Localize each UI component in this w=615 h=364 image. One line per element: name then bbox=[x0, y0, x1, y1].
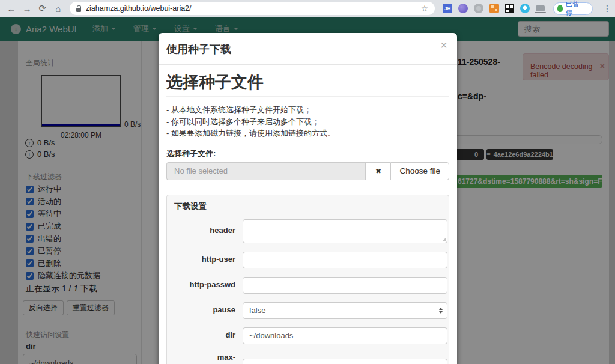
setting-label: http-passwd bbox=[174, 280, 235, 290]
browser-menu-icon[interactable]: ⋮ bbox=[603, 4, 611, 13]
modal-body: 选择种子文件 - 从本地文件系统选择种子文件开始下载； - 你可以同时选择多个种… bbox=[159, 65, 457, 364]
http-user-input[interactable] bbox=[243, 252, 447, 268]
section-title: 选择种子文件 bbox=[166, 72, 449, 97]
extensions-bar: JH 已暂停 ⋮ bbox=[443, 2, 611, 15]
setting-row-header: header bbox=[174, 219, 447, 243]
file-input-group: ✖ Choose file bbox=[166, 162, 449, 180]
address-bar[interactable]: ziahamza.github.io/webui-aria2/ ☆ bbox=[70, 2, 435, 15]
lock-icon bbox=[76, 8, 81, 12]
screen: ← → ⟳ ⌂ ziahamza.github.io/webui-aria2/ … bbox=[0, 0, 615, 364]
torrent-modal: 使用种子下载 × 选择种子文件 - 从本地文件系统选择种子文件开始下载； - 你… bbox=[159, 33, 457, 364]
setting-row-http-passwd: http-passwd bbox=[174, 277, 447, 294]
http-passwd-input[interactable] bbox=[243, 277, 447, 294]
download-settings-panel: 下载设置 headerhttp-userhttp-passwdpausefals… bbox=[166, 195, 449, 364]
file-select-label: 选择种子文件: bbox=[166, 148, 449, 159]
pause-select[interactable]: false bbox=[243, 302, 447, 319]
back-icon[interactable]: ← bbox=[4, 4, 19, 14]
paused-badge-label: 已暂停 bbox=[566, 0, 586, 17]
setting-label: http-user bbox=[174, 255, 235, 264]
paused-extension-badge[interactable]: 已暂停 bbox=[553, 2, 593, 15]
header-textarea[interactable] bbox=[243, 219, 447, 243]
forward-icon[interactable]: → bbox=[19, 4, 35, 14]
setting-label: header bbox=[174, 226, 235, 235]
clear-file-button[interactable]: ✖ bbox=[365, 162, 390, 180]
instruction-line: - 如果要添加磁力链接，请使用添加链接的方式。 bbox=[166, 127, 449, 139]
settings-title: 下载设置 bbox=[174, 201, 447, 212]
choose-file-button[interactable]: Choose file bbox=[390, 162, 449, 180]
browser-chrome: ← → ⟳ ⌂ ziahamza.github.io/webui-aria2/ … bbox=[0, 0, 615, 17]
settings-form: headerhttp-userhttp-passwdpausefalsedirm… bbox=[174, 219, 447, 364]
max-connection-per-server-input[interactable] bbox=[243, 359, 447, 364]
dir-input[interactable] bbox=[243, 327, 447, 344]
chat-extension-icon[interactable] bbox=[520, 4, 530, 13]
select-arrows-icon bbox=[439, 308, 443, 314]
modal-header: 使用种子下载 × bbox=[159, 33, 457, 65]
orange-extension-icon[interactable] bbox=[489, 4, 499, 13]
resize-grip-icon[interactable] bbox=[442, 237, 446, 241]
qr-extension-icon[interactable] bbox=[505, 4, 514, 13]
instructions: - 从本地文件系统选择种子文件开始下载； - 你可以同时选择多个种子来启动多个下… bbox=[166, 104, 449, 139]
globe-extension-icon[interactable] bbox=[458, 4, 468, 13]
instruction-line: - 你可以同时选择多个种子来启动多个下载； bbox=[166, 116, 449, 128]
setting-row-http-user: http-user bbox=[174, 252, 447, 268]
setting-label: max-connection-per-server bbox=[174, 353, 235, 364]
bulb-icon bbox=[557, 5, 563, 12]
setting-label: dir bbox=[174, 330, 235, 340]
instruction-line: - 从本地文件系统选择种子文件开始下载； bbox=[166, 104, 449, 116]
bookmark-star-icon[interactable]: ☆ bbox=[421, 4, 429, 13]
reload-icon[interactable]: ⟳ bbox=[35, 3, 50, 14]
setting-label: pause bbox=[174, 305, 235, 315]
setting-row-dir: dir bbox=[174, 327, 447, 344]
url-text[interactable]: ziahamza.github.io/webui-aria2/ bbox=[86, 4, 421, 13]
home-icon[interactable]: ⌂ bbox=[50, 4, 66, 14]
file-name-field bbox=[166, 162, 365, 180]
laptop-extension-icon[interactable] bbox=[536, 5, 545, 11]
modal-close-icon[interactable]: × bbox=[440, 38, 447, 52]
gear-extension-icon[interactable] bbox=[474, 4, 483, 13]
jh-extension-icon[interactable]: JH bbox=[443, 4, 452, 13]
setting-row-pause: pausefalse bbox=[174, 302, 447, 319]
setting-row-max-connection-per-server: max-connection-per-server bbox=[174, 353, 447, 364]
webui-page: ↓ Aria2 WebUI 添加管理设置语言 全局统计 0 B/s 02:28:… bbox=[0, 17, 615, 364]
modal-title: 使用种子下载 bbox=[166, 42, 447, 56]
